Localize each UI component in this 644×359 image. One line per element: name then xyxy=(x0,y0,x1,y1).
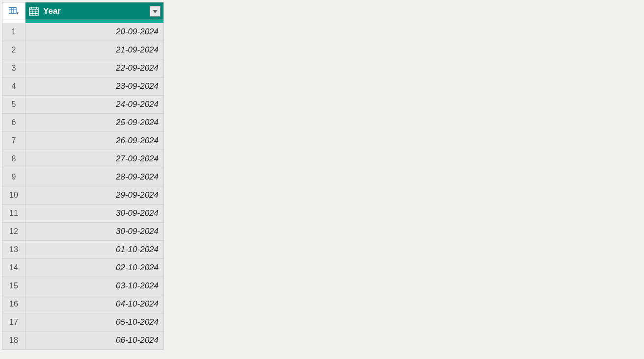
data-cell[interactable]: 06-10-2024 xyxy=(26,332,164,350)
row-number-cell[interactable]: 15 xyxy=(2,277,26,295)
chevron-down-icon xyxy=(152,9,158,14)
data-cell[interactable]: 30-09-2024 xyxy=(26,223,164,241)
table-row: 1029-09-2024 xyxy=(2,186,164,205)
calendar-icon xyxy=(28,6,39,17)
row-number-cell[interactable]: 13 xyxy=(2,241,26,259)
data-cell[interactable]: 05-10-2024 xyxy=(26,313,164,332)
data-cell[interactable]: 01-10-2024 xyxy=(26,241,164,259)
data-cell[interactable]: 20-09-2024 xyxy=(26,23,164,41)
svg-marker-13 xyxy=(153,10,158,13)
row-number-cell[interactable]: 2 xyxy=(2,41,26,59)
data-cell[interactable]: 26-09-2024 xyxy=(26,132,164,150)
data-cell[interactable]: 24-09-2024 xyxy=(26,96,164,114)
table-row: 221-09-2024 xyxy=(2,41,164,59)
table-row: 625-09-2024 xyxy=(2,114,164,132)
row-number-cell[interactable]: 18 xyxy=(2,332,26,350)
table-row: 423-09-2024 xyxy=(2,77,164,96)
row-number-cell[interactable]: 7 xyxy=(2,132,26,150)
row-number-cell[interactable]: 4 xyxy=(2,77,26,96)
select-all-corner[interactable] xyxy=(2,2,26,20)
table-row: 120-09-2024 xyxy=(2,23,164,41)
table-row: 1402-10-2024 xyxy=(2,259,164,277)
row-number-cell[interactable]: 12 xyxy=(2,223,26,241)
data-cell[interactable]: 04-10-2024 xyxy=(26,295,164,313)
table-row: 1301-10-2024 xyxy=(2,241,164,259)
data-cell[interactable]: 25-09-2024 xyxy=(26,114,164,132)
row-number-cell[interactable]: 9 xyxy=(2,168,26,186)
data-cell[interactable]: 28-09-2024 xyxy=(26,168,164,186)
header-row: Year xyxy=(2,2,164,20)
table-row: 1806-10-2024 xyxy=(2,332,164,350)
data-cell[interactable]: 21-09-2024 xyxy=(26,41,164,59)
table-row: 1130-09-2024 xyxy=(2,205,164,223)
column-name: Year xyxy=(43,6,150,16)
data-cell[interactable]: 23-09-2024 xyxy=(26,77,164,96)
table-row: 726-09-2024 xyxy=(2,132,164,150)
svg-rect-0 xyxy=(9,7,16,13)
table-row: 1604-10-2024 xyxy=(2,295,164,313)
row-number-cell[interactable]: 10 xyxy=(2,186,26,205)
table-row: 1503-10-2024 xyxy=(2,277,164,295)
data-preview-grid: Year 120-09-2024221-09-2024322-09-202442… xyxy=(2,2,164,350)
column-filter-button[interactable] xyxy=(150,6,161,17)
table-row: 928-09-2024 xyxy=(2,168,164,186)
table-row: 322-09-2024 xyxy=(2,59,164,77)
data-cell[interactable]: 27-09-2024 xyxy=(26,150,164,168)
table-row: 524-09-2024 xyxy=(2,96,164,114)
row-number-cell[interactable]: 17 xyxy=(2,313,26,332)
data-cell[interactable]: 22-09-2024 xyxy=(26,59,164,77)
row-number-cell[interactable]: 6 xyxy=(2,114,26,132)
table-row: 827-09-2024 xyxy=(2,150,164,168)
row-number-cell[interactable]: 8 xyxy=(2,150,26,168)
row-number-cell[interactable]: 1 xyxy=(2,23,26,41)
svg-marker-4 xyxy=(17,12,19,14)
row-number-cell[interactable]: 14 xyxy=(2,259,26,277)
table-icon xyxy=(9,7,19,15)
data-cell[interactable]: 02-10-2024 xyxy=(26,259,164,277)
column-header-year[interactable]: Year xyxy=(26,2,164,20)
data-cell[interactable]: 30-09-2024 xyxy=(26,205,164,223)
table-row: 1705-10-2024 xyxy=(2,313,164,332)
row-number-cell[interactable]: 16 xyxy=(2,295,26,313)
data-cell[interactable]: 03-10-2024 xyxy=(26,277,164,295)
table-row: 1230-09-2024 xyxy=(2,223,164,241)
row-number-cell[interactable]: 5 xyxy=(2,96,26,114)
row-number-cell[interactable]: 3 xyxy=(2,59,26,77)
data-cell[interactable]: 29-09-2024 xyxy=(26,186,164,205)
row-number-cell[interactable]: 11 xyxy=(2,205,26,223)
